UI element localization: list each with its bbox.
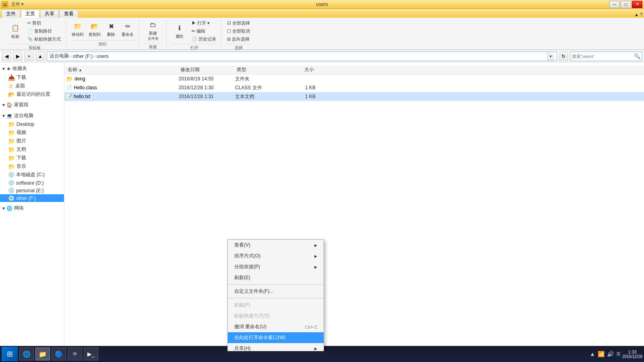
context-menu: 查看(V) ▶ 排序方式(O) ▶ 分组依据(P) ▶ 刷新(E) 自定义文件夹… xyxy=(227,239,324,351)
invert-selection-button[interactable]: ⊟ 反向选择 xyxy=(225,35,252,43)
col-type[interactable]: 类型 xyxy=(235,66,283,73)
clock[interactable]: 1:33 2016/12/28 xyxy=(622,350,642,359)
rename-button[interactable]: ✏ 重命名 xyxy=(120,21,135,38)
new-folder-button[interactable]: 🗀 新建 文件夹 xyxy=(143,19,163,42)
refresh-button[interactable]: ↻ xyxy=(559,51,568,61)
maximize-button[interactable]: □ xyxy=(621,1,631,8)
file-name-deng: 📁 deng xyxy=(66,76,179,82)
tab-file[interactable]: 文件 xyxy=(2,10,20,18)
up-button[interactable]: ▲ xyxy=(35,51,45,61)
taskbar-chrome-button[interactable]: 🔵 xyxy=(52,348,66,360)
path-dropdown-btn[interactable]: ▾ xyxy=(547,52,554,61)
new-folder-icon: 🗀 xyxy=(148,20,158,30)
sidebar-item-dl[interactable]: 📁 下载 xyxy=(0,154,64,162)
sidebar-network-header[interactable]: ▾ 🌐 网络 xyxy=(0,204,64,213)
edit-button[interactable]: ✏ 编辑 xyxy=(190,27,218,35)
col-name[interactable]: 名称 ▲ xyxy=(66,66,179,73)
ctx-customize[interactable]: 自定义文件夹(F)... xyxy=(228,286,324,297)
close-button[interactable]: ✕ xyxy=(632,1,642,8)
ctx-share[interactable]: 共享(H) ▶ xyxy=(228,343,324,351)
ribbon-group-open: ℹ 属性 ▶ 打开 ▾ ✏ 编辑 🕐 历史记录 打开 xyxy=(167,19,221,48)
organize-content: 📁 移动到 📂 复制到 ✖ 删除 ✏ 重命名 xyxy=(70,19,135,39)
taskbar-terminal-button[interactable]: ▶_ xyxy=(84,348,98,360)
file-pane: 名称 ▲ 修改日期 类型 大小 📁 deng 2016/8/19 14:55 文… xyxy=(64,62,644,351)
time-display: 1:33 xyxy=(622,350,642,354)
network-icon[interactable]: 📶 xyxy=(598,351,605,357)
start-button[interactable]: ⊞ xyxy=(2,347,18,361)
music-icon: 📁 xyxy=(8,163,15,170)
ctx-group[interactable]: 分组依据(P) ▶ xyxy=(228,261,324,272)
sidebar-favorites-header[interactable]: ▾ ★ 收藏夹 xyxy=(0,64,64,73)
table-row[interactable]: 📝 hello.txt 2016/12/28 1:31 文本文档 1 KB xyxy=(64,92,644,101)
open-small-buttons: ▶ 打开 ▾ ✏ 编辑 🕐 历史记录 xyxy=(190,19,218,43)
sidebar-item-recent[interactable]: 📂 最近访问的位置 xyxy=(0,90,64,99)
col-date[interactable]: 修改日期 xyxy=(179,66,235,73)
col-size[interactable]: 大小 xyxy=(283,66,316,73)
minimize-button[interactable]: ─ xyxy=(609,1,620,8)
folder-icon: 📥 xyxy=(8,74,15,81)
table-row[interactable]: 📁 deng 2016/8/19 14:55 文件夹 xyxy=(64,74,644,83)
input-lang-icon[interactable]: 英 xyxy=(616,351,621,357)
sidebar-item-e[interactable]: 💿 personal (E:) xyxy=(0,187,64,194)
sidebar-homegroup-header[interactable]: ▾ 🏠 家庭组 xyxy=(0,100,64,109)
txt-file-icon: 📝 xyxy=(66,94,72,99)
file-size-hello-txt: 1 KB xyxy=(283,94,316,99)
path-segment-thispc[interactable]: 这台电脑 xyxy=(50,53,69,60)
file-list-header: 名称 ▲ 修改日期 类型 大小 xyxy=(64,66,644,74)
delete-button[interactable]: ✖ 删除 xyxy=(104,21,118,38)
docs-icon: 📁 xyxy=(8,146,15,153)
address-path[interactable]: 这台电脑 › other (F:) › users ▾ xyxy=(47,51,557,61)
sidebar-item-docs[interactable]: 📁 文档 xyxy=(0,145,64,154)
paste-shortcut-button[interactable]: 📎 粘贴快捷方式 xyxy=(26,35,62,43)
sidebar-item-desktop[interactable]: 🖥 桌面 xyxy=(0,82,64,90)
history-button[interactable]: 🕐 历史记录 xyxy=(190,35,218,43)
path-segment-other[interactable]: other (F:) xyxy=(73,53,93,59)
cut-button[interactable]: ✂ 剪切 xyxy=(26,19,62,27)
ctx-paste-shortcut[interactable]: 粘贴快捷方式(S) xyxy=(228,311,324,321)
tray-arrow[interactable]: ▲ xyxy=(590,351,595,357)
title-bar-left: 🗂 文件 ▾ xyxy=(2,1,24,8)
path-segment-users[interactable]: users xyxy=(97,53,108,59)
search-input[interactable] xyxy=(572,54,634,59)
sidebar-item-videos[interactable]: 📁 视频 xyxy=(0,128,64,137)
ctx-paste[interactable]: 粘贴(P) xyxy=(228,300,324,311)
forward-button[interactable]: ▶ xyxy=(13,51,23,61)
sidebar-item-download[interactable]: 📥 下载 xyxy=(0,73,64,82)
ctx-view[interactable]: 查看(V) ▶ xyxy=(228,240,324,251)
help-btn[interactable]: ? xyxy=(640,12,642,17)
sidebar-item-c[interactable]: 💿 本地磁盘 (C:) xyxy=(0,171,64,179)
window-icon: 🗂 xyxy=(2,1,8,8)
tab-home[interactable]: 主页 xyxy=(21,10,39,18)
sidebar-item-desktop2[interactable]: 📁 Desktop xyxy=(0,120,64,128)
sidebar-item-d[interactable]: 💿 software (D:) xyxy=(0,179,64,187)
tab-view[interactable]: 查看 xyxy=(60,10,78,18)
sidebar-item-music[interactable]: 📁 音乐 xyxy=(0,162,64,171)
tab-share[interactable]: 共享 xyxy=(40,10,59,18)
ctx-refresh[interactable]: 刷新(E) xyxy=(228,272,324,283)
sidebar-item-pictures[interactable]: 📁 图片 xyxy=(0,137,64,145)
properties-button[interactable]: ℹ 属性 xyxy=(171,23,188,40)
ctx-sort[interactable]: 排序方式(O) ▶ xyxy=(228,251,324,261)
ribbon-minimize-btn[interactable]: ▲ xyxy=(635,12,639,17)
speaker-icon[interactable]: 🔊 xyxy=(607,351,614,357)
back-button[interactable]: ◀ xyxy=(2,51,11,61)
dropdown-history-button[interactable]: ▾ xyxy=(24,51,34,61)
taskbar-explorer-button[interactable]: 📁 xyxy=(35,348,50,360)
select-all-button[interactable]: ☑ 全部选择 xyxy=(225,19,252,27)
ctx-open-cmd[interactable]: 在此处打开命令窗口(W) xyxy=(228,332,324,343)
select-none-button[interactable]: ☐ 全部取消 xyxy=(225,27,252,35)
open-button[interactable]: ▶ 打开 ▾ xyxy=(190,19,218,27)
sidebar-item-f[interactable]: 💿 other (F:) xyxy=(0,194,64,202)
ctx-undo[interactable]: 撤消 重命名(U) Ctrl+Z xyxy=(228,321,324,332)
homegroup-icon: 🏠 xyxy=(6,102,12,108)
copy-to-button[interactable]: 📂 复制到 xyxy=(87,21,102,38)
copy-path-button[interactable]: 📄 复制路径 xyxy=(26,27,62,35)
table-row[interactable]: 📄 Hello.class 2016/12/28 1:30 CLASS 文件 1… xyxy=(64,83,644,92)
taskbar-ie-button[interactable]: 🌐 xyxy=(19,348,34,360)
ctx-arrow-view: ▶ xyxy=(314,243,317,247)
sidebar-thispc-header[interactable]: ▾ 💻 这台电脑 xyxy=(0,111,64,120)
taskbar-lang-button[interactable]: 中 xyxy=(68,348,82,360)
move-to-button[interactable]: 📁 移动到 xyxy=(70,21,85,38)
paste-button[interactable]: 📋 粘贴 xyxy=(6,23,24,40)
drive-f-icon: 💿 xyxy=(8,195,14,201)
